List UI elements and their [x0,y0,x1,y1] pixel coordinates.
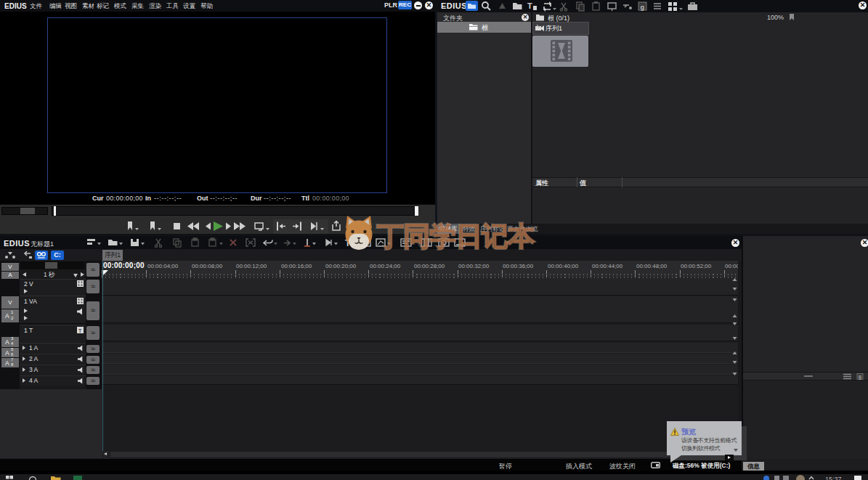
svg-text:T: T [78,328,82,333]
svg-text:15:37: 15:37 [825,476,842,480]
svg-text:T: T [527,1,532,10]
svg-text:g: g [641,4,645,11]
svg-text:g: g [859,374,861,380]
